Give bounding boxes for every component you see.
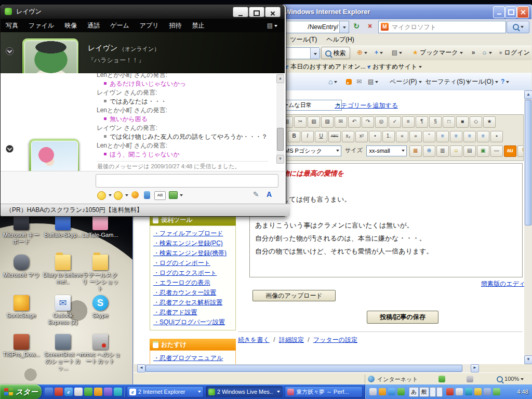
toolbar-login-button[interactable]: ● ログイン xyxy=(497,47,532,58)
favorites-item-addons[interactable]: e本日のおすすめアドオン... xyxy=(286,62,370,71)
quick-launch-icon-6[interactable] xyxy=(94,388,102,396)
spellcheck-icon[interactable]: ✓ xyxy=(389,116,401,128)
horizontal-scroll-thumb[interactable] xyxy=(145,365,462,372)
strikethrough-button[interactable]: ABC xyxy=(328,131,341,142)
image-icon[interactable]: ▣ xyxy=(477,145,489,157)
ie-close-button[interactable] xyxy=(517,6,529,18)
underline-button[interactable]: U xyxy=(315,131,327,142)
handwriting-pen-icon[interactable]: ✎ xyxy=(253,190,259,198)
align-left-button[interactable]: ≡ xyxy=(436,131,449,142)
network-icon[interactable] xyxy=(493,388,500,395)
au-mobile-icon[interactable]: au xyxy=(504,145,516,157)
favorites-item-suggested-sites[interactable]: eおすすめサイト xyxy=(368,62,422,71)
currency-icon[interactable]: ¥ xyxy=(517,145,523,157)
chat-scroll-thumb[interactable] xyxy=(277,128,284,151)
toolbar-search-button[interactable]: 検索 xyxy=(321,47,350,59)
desktop-icon-diary-folder[interactable]: Diary to believe me!.. xyxy=(43,255,83,285)
sidebar-link-search-engine-mobile[interactable]: ・検索エンジン登録(携帯) xyxy=(153,248,232,258)
media-icon[interactable]: ▥ xyxy=(436,145,449,157)
numbered-list-button[interactable]: 1. xyxy=(382,131,395,142)
wink-picker-icon[interactable] xyxy=(114,191,123,200)
task-internet-explorer[interactable]: e2 Internet Explorer xyxy=(127,386,204,397)
desktop-icon-mmvc-shortcut[interactable]: mmvc へのショ ートカット xyxy=(80,334,121,365)
desktop-icon-screenshot-shortcut[interactable]: ScreenShot へ のショートカッ... xyxy=(43,334,83,371)
task-windows-live-messenger[interactable]: 2 Windows Live Mes... xyxy=(206,386,283,397)
mail-icon[interactable]: ✉ xyxy=(335,116,347,128)
sidebar-link-log-export[interactable]: ・ログのエクスポート xyxy=(153,268,232,278)
desktop-icon-outlook-express[interactable]: ✉Outlook Express (2) xyxy=(43,295,83,326)
horizontal-scrollbar[interactable]: ◄ ► xyxy=(137,364,479,373)
fill-icon[interactable]: ■ xyxy=(456,116,469,128)
footer-settings-link[interactable]: フッターの設定 xyxy=(313,336,357,343)
paragraph-icon[interactable]: ¶ xyxy=(416,116,428,128)
bullet-list-button[interactable]: • xyxy=(369,131,381,142)
read-mail-button[interactable]: ✉ xyxy=(356,77,362,86)
share-menu-button[interactable]: ▤ xyxy=(267,19,277,32)
sidebar-link-log-import[interactable]: ・ログのインポート xyxy=(153,258,232,268)
simple-editor-link[interactable]: 簡素版のエディ xyxy=(481,280,524,288)
scroll-left-button[interactable]: ◄ xyxy=(137,364,145,373)
write-more-link[interactable]: 続きを書く xyxy=(238,336,270,343)
messenger-minimize-button[interactable] xyxy=(233,7,248,17)
help-menu-button[interactable]: ? xyxy=(501,77,509,86)
align-justify-button[interactable]: ≡ xyxy=(477,131,489,142)
tray-icon-4[interactable] xyxy=(397,388,405,395)
quick-launch-icon-8[interactable] xyxy=(114,388,122,396)
redo-icon[interactable]: ↷ xyxy=(362,116,374,128)
sidebar-link-file-upload[interactable]: ・ファイルアップロード xyxy=(153,229,232,238)
box-icon[interactable]: □ xyxy=(443,116,455,128)
sidebar-link-ninja-blog-manual[interactable]: ・忍者ブログマニュアル xyxy=(153,353,232,363)
zoom-control[interactable]: 100% xyxy=(497,376,524,382)
superscript-button[interactable]: x² xyxy=(355,131,368,142)
detail-settings-link[interactable]: 詳細設定 xyxy=(279,336,304,343)
scroll-right-button[interactable]: ► xyxy=(471,364,479,373)
menu-apps[interactable]: アプリ xyxy=(135,19,164,32)
volume-icon[interactable] xyxy=(484,388,491,395)
vertical-scrollbar[interactable]: ▲ ▼ xyxy=(524,90,531,364)
ime-tool-button-1[interactable] xyxy=(430,387,436,397)
palette-icon[interactable]: ▦ xyxy=(409,145,422,157)
subscript-button[interactable]: x₂ xyxy=(342,131,354,142)
desktop-icon-buffalo-skype[interactable]: Buffalo-Skyp... xyxy=(43,215,83,238)
ime-tool-button-2[interactable] xyxy=(436,387,443,397)
quick-launch-ie-icon[interactable]: e xyxy=(64,388,73,396)
start-button[interactable]: スタート xyxy=(0,384,42,399)
indent-button[interactable]: » xyxy=(409,131,422,142)
desktop-icon-mouse[interactable]: Microsoft マウ xyxy=(1,255,42,278)
self-avatar-toggle[interactable] xyxy=(6,145,14,153)
menu-block[interactable]: 禁止 xyxy=(187,19,210,32)
menu-video[interactable]: 映像 xyxy=(59,19,82,32)
menu-help[interactable]: ヘルプ(H) xyxy=(322,34,359,45)
globe-icon[interactable]: ⊕ xyxy=(423,145,435,157)
tray-icon-8[interactable] xyxy=(474,388,482,395)
italic-button[interactable]: I xyxy=(301,131,314,142)
find-icon[interactable]: ◎ xyxy=(375,116,388,128)
paste-icon[interactable]: ▨ xyxy=(321,116,334,128)
vertical-scroll-thumb[interactable] xyxy=(525,100,531,225)
messenger-maximize-button[interactable] xyxy=(249,7,264,17)
font-family-select[interactable]: MS Pゴシック xyxy=(282,145,341,156)
font-button[interactable]: AB xyxy=(154,191,166,200)
ie-minimize-button[interactable] xyxy=(493,6,505,18)
menu-files[interactable]: ファイル xyxy=(23,19,59,32)
menu-photos[interactable]: 写真 xyxy=(1,19,23,32)
ie-maximize-button[interactable] xyxy=(505,6,517,18)
horizontal-rule-icon[interactable]: — xyxy=(490,145,503,157)
address-dropdown-button[interactable] xyxy=(339,21,349,33)
emoticon-icon[interactable]: ☺ xyxy=(450,145,462,157)
list-icon[interactable]: ≡ xyxy=(402,116,415,128)
stop-button[interactable]: × xyxy=(364,21,376,32)
shape-icon[interactable]: ◇ xyxy=(470,116,482,128)
ime-input-mode[interactable]: あ xyxy=(409,387,419,397)
sidebar-link-ninja-analytics[interactable]: ・忍者アクセス解析設置 xyxy=(153,298,232,308)
align-center-button[interactable]: ≡ xyxy=(450,131,462,142)
message-input-field[interactable] xyxy=(96,174,278,188)
ime-conversion-mode[interactable]: 般 xyxy=(419,387,429,397)
desktop-icon-sonicstage[interactable]: SonicStage xyxy=(1,295,42,319)
menu-tools[interactable]: ツール(T) xyxy=(285,34,322,45)
bold-button[interactable]: B xyxy=(288,131,300,142)
search-box[interactable]: M マイクロソフト xyxy=(378,21,506,33)
quick-launch-icon-7[interactable] xyxy=(104,388,112,396)
quick-launch-icon-5[interactable] xyxy=(84,388,92,396)
menu-games[interactable]: ゲーム xyxy=(105,19,135,32)
